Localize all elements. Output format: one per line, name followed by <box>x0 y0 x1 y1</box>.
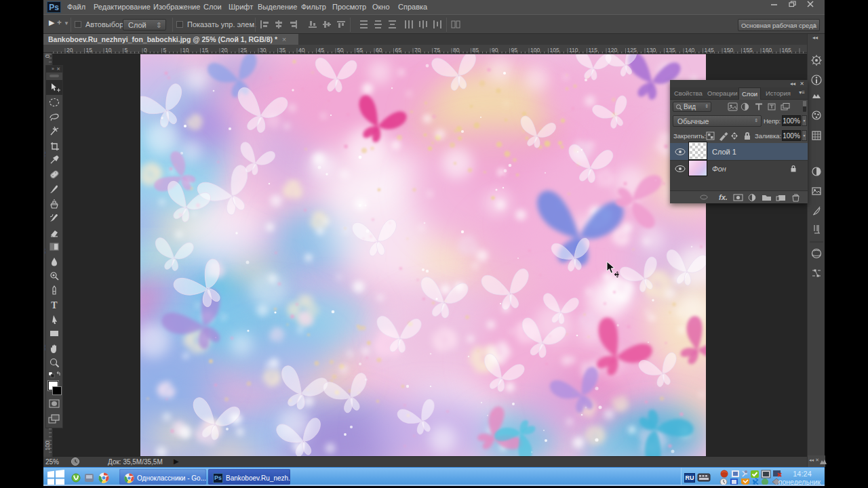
svg-text:155: 155 <box>743 47 753 54</box>
svg-text:140: 140 <box>685 47 694 54</box>
svg-text:115: 115 <box>589 47 598 54</box>
svg-text:0: 0 <box>144 47 147 54</box>
svg-text:110: 110 <box>569 47 578 54</box>
svg-text:130: 130 <box>646 47 656 54</box>
svg-text:65: 65 <box>395 47 402 54</box>
svg-text:10: 10 <box>105 47 112 54</box>
svg-text:15: 15 <box>202 47 209 54</box>
svg-text:15: 15 <box>86 47 93 54</box>
svg-text:T: T <box>51 300 58 310</box>
svg-text:30: 30 <box>260 47 267 54</box>
svg-text:95: 95 <box>511 47 518 54</box>
svg-text:90: 90 <box>492 47 498 54</box>
svg-text:150: 150 <box>724 47 733 54</box>
svg-text:5: 5 <box>163 47 167 54</box>
svg-text:145: 145 <box>705 47 714 54</box>
svg-text:165: 165 <box>782 47 791 54</box>
svg-text:40: 40 <box>298 47 305 54</box>
svg-text:fx.: fx. <box>719 193 728 201</box>
svg-text:100: 100 <box>530 47 540 54</box>
svg-text:135: 135 <box>666 47 675 54</box>
svg-text:20: 20 <box>66 47 73 54</box>
svg-text:100: 100 <box>44 441 51 450</box>
svg-text:125: 125 <box>627 47 637 54</box>
svg-text:70: 70 <box>414 47 421 54</box>
svg-text:45: 45 <box>318 47 325 54</box>
svg-text:105: 105 <box>550 47 559 54</box>
svg-text:75: 75 <box>434 47 441 54</box>
svg-text:120: 120 <box>608 47 617 54</box>
svg-text:80: 80 <box>453 47 460 54</box>
svg-text:160: 160 <box>762 47 772 54</box>
svg-text:10: 10 <box>182 47 189 54</box>
svg-text:25: 25 <box>241 47 248 54</box>
svg-text:35: 35 <box>279 47 286 54</box>
svg-text:85: 85 <box>473 47 479 54</box>
svg-text:50: 50 <box>337 47 344 54</box>
svg-text:20: 20 <box>221 47 228 54</box>
svg-text:60: 60 <box>376 47 382 54</box>
svg-text:5: 5 <box>125 47 128 54</box>
svg-text:0: 0 <box>44 54 51 58</box>
svg-text:55: 55 <box>357 47 363 54</box>
